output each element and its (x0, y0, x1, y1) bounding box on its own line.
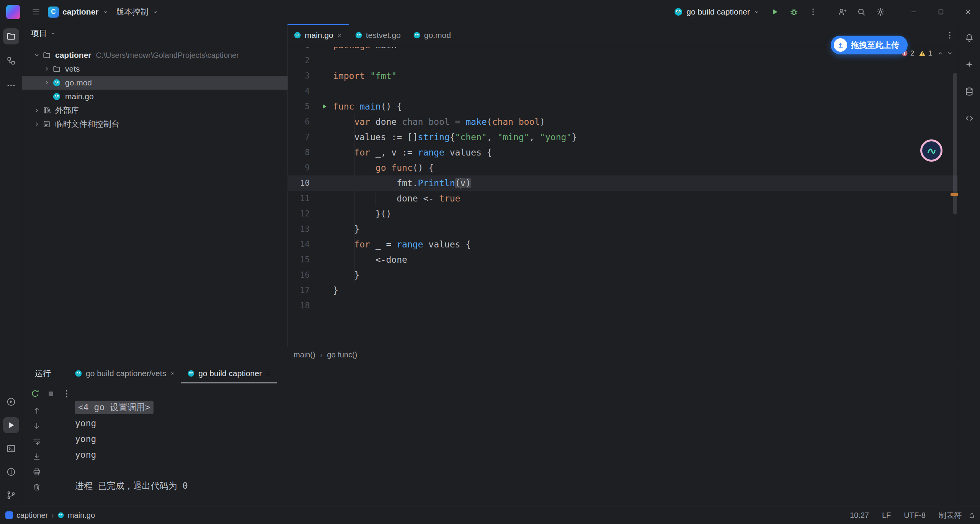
code-line-14[interactable]: 14 for _ = range values { (287, 237, 958, 252)
editor-tab-go.mod[interactable]: go.mod (407, 24, 457, 47)
status-widget[interactable]: UTF-8 (897, 511, 932, 520)
line-number[interactable]: 7 (287, 133, 310, 142)
statusbar-breadcrumb[interactable]: captioner › main.go (5, 511, 95, 520)
tool-stripe-database-button[interactable] (961, 84, 977, 100)
prev-occurrence-icon[interactable] (32, 406, 41, 415)
clear-all-icon[interactable] (32, 483, 41, 492)
tool-stripe-terminal-button[interactable] (3, 440, 19, 457)
code-line-16[interactable]: 16 } (287, 267, 958, 283)
chevron-down-icon[interactable] (32, 50, 42, 60)
breadcrumb-item[interactable]: main() (294, 350, 315, 359)
run-gutter-icon[interactable] (310, 103, 333, 110)
tool-stripe-notifications-button[interactable] (961, 30, 977, 46)
tool-stripe-problems-button[interactable] (3, 464, 19, 480)
lock-icon[interactable] (968, 512, 975, 519)
status-widget[interactable]: LF (875, 511, 897, 520)
line-number[interactable]: 9 (287, 163, 310, 172)
status-widget[interactable]: 10:27 (843, 511, 875, 520)
chevron-right-icon[interactable] (32, 105, 42, 115)
tree-item-maingo[interactable]: main.go (22, 90, 287, 103)
minimize-button[interactable] (902, 0, 926, 24)
project-widget[interactable]: C captioner (44, 3, 113, 20)
code-editor[interactable]: 1package main23import "fmt"45func main()… (287, 47, 958, 347)
code-line-11[interactable]: 11 done <- true (287, 191, 958, 206)
next-problem-icon[interactable] (946, 49, 954, 57)
status-widget[interactable]: 制表符 (932, 510, 968, 521)
close-tab-icon[interactable] (265, 371, 271, 376)
more-actions-icon[interactable] (805, 4, 821, 20)
tool-stripe-project-button[interactable] (3, 28, 19, 44)
line-number[interactable]: 10 (287, 178, 310, 188)
run-config-widget[interactable]: go build captioner (670, 3, 764, 20)
code-line-5[interactable]: 5func main() { (287, 99, 958, 114)
line-number[interactable]: 5 (287, 102, 310, 111)
line-number[interactable]: 16 (287, 270, 310, 280)
project-panel-header[interactable]: 项目 (22, 24, 287, 43)
editor-tab-testvet.go[interactable]: testvet.go (349, 24, 407, 47)
next-occurrence-icon[interactable] (32, 421, 41, 431)
tree-item-gomod[interactable]: go.mod (22, 76, 287, 90)
run-button[interactable] (767, 4, 783, 20)
upload-overlay-button[interactable]: 拖拽至此上传 (831, 36, 908, 54)
search-everywhere-icon[interactable] (853, 4, 869, 20)
tool-stripe-more-tools-button[interactable] (3, 77, 19, 93)
tool-stripe-run-button[interactable] (3, 417, 19, 433)
chevron-right-icon[interactable] (42, 64, 52, 74)
line-number[interactable]: 13 (287, 224, 310, 234)
code-line-13[interactable]: 13 } (287, 221, 958, 237)
line-number[interactable]: 1 (287, 47, 310, 50)
editor-options-icon[interactable] (945, 31, 954, 40)
code-line-18[interactable]: 18 (287, 298, 958, 313)
line-number[interactable]: 12 (287, 209, 310, 218)
console-output[interactable]: ><4 go 设置调用>yongyongyong 进程 已完成，退出代码为 0 (75, 400, 951, 504)
tool-stripe-services-button[interactable] (3, 394, 19, 410)
tool-stripe-ai-assistant-button[interactable] (961, 57, 977, 73)
chevron-right-icon[interactable] (32, 119, 42, 129)
code-line-6[interactable]: 6 var done chan bool = make(chan bool) (287, 114, 958, 129)
close-tab-icon[interactable] (337, 33, 343, 38)
editor-tab-main.go[interactable]: main.go (287, 24, 349, 47)
breadcrumb-item[interactable]: go func() (327, 350, 357, 359)
line-number[interactable]: 3 (287, 71, 310, 80)
line-number[interactable]: 15 (287, 255, 310, 264)
console-line[interactable]: ><4 go 设置调用> (75, 400, 951, 415)
close-window-button[interactable] (956, 0, 980, 24)
code-with-me-icon[interactable] (834, 4, 850, 20)
vcs-widget[interactable]: 版本控制 (113, 3, 162, 20)
code-line-8[interactable]: 8 for _, v := range values { (287, 145, 958, 160)
scroll-to-end-icon[interactable] (32, 452, 41, 461)
chevron-right-icon[interactable] (42, 78, 52, 88)
code-line-12[interactable]: 12 }() (287, 206, 958, 221)
line-number[interactable]: 2 (287, 56, 310, 65)
soft-wrap-icon[interactable] (32, 437, 41, 446)
tool-stripe-version-control-button[interactable] (3, 487, 19, 503)
debug-button[interactable] (786, 4, 802, 20)
tool-stripe-structure-button[interactable] (3, 53, 19, 69)
code-line-2[interactable]: 2 (287, 53, 958, 68)
prev-problem-icon[interactable] (936, 49, 944, 57)
line-number[interactable]: 17 (287, 286, 310, 295)
inspections-widget[interactable]: 2 1 (901, 49, 954, 57)
run-more-options-icon[interactable] (62, 389, 72, 399)
main-menu-icon[interactable] (28, 4, 44, 20)
scrollbar-warning-mark[interactable] (951, 193, 958, 196)
code-line-9[interactable]: 9 go func() { (287, 160, 958, 175)
line-number[interactable]: 8 (287, 148, 310, 157)
line-number[interactable]: 11 (287, 194, 310, 203)
line-number[interactable]: 4 (287, 87, 310, 96)
line-number[interactable]: 14 (287, 240, 310, 249)
close-tab-icon[interactable] (170, 371, 175, 376)
maximize-button[interactable] (929, 0, 953, 24)
tool-stripe-endpoints-button[interactable] (961, 110, 977, 126)
tree-item-external-libraries[interactable]: 外部库 (22, 103, 287, 117)
console-fold-chip[interactable]: <4 go 设置调用> (75, 401, 154, 414)
line-number[interactable]: 6 (287, 117, 310, 126)
code-line-3[interactable]: 3import "fmt" (287, 68, 958, 84)
rerun-icon[interactable] (30, 389, 40, 399)
tree-item-root[interactable]: captionerC:\Users\meowr\GolandProjects\c… (22, 48, 287, 62)
tree-item-vets[interactable]: vets (22, 62, 287, 76)
code-line-17[interactable]: 17} (287, 283, 958, 298)
stop-icon[interactable] (46, 389, 56, 399)
run-tab-go build captioner/vets[interactable]: go build captioner/vets (69, 363, 181, 383)
run-tab-go build captioner[interactable]: go build captioner (181, 363, 277, 383)
